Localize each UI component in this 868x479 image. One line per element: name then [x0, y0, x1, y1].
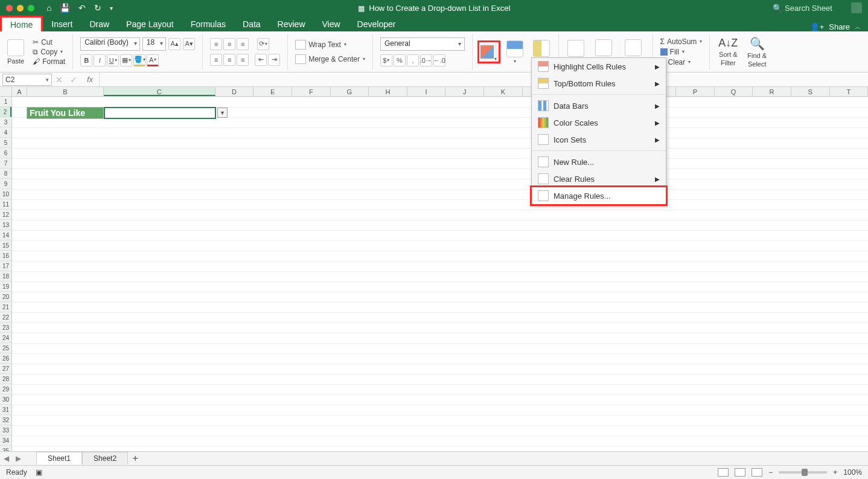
col-header-D[interactable]: D [215, 87, 254, 96]
col-header-C[interactable]: C [104, 87, 215, 96]
col-header-I[interactable]: I [407, 87, 446, 96]
fill-color-button[interactable]: 🪣▾ [133, 54, 145, 66]
search-sheet-input[interactable] [785, 4, 845, 13]
row-header-32[interactable]: 32 [0, 415, 11, 425]
row-header-33[interactable]: 33 [0, 425, 11, 436]
add-sheet-button[interactable]: + [128, 453, 142, 464]
namebox-dropdown-icon[interactable]: ▾ [46, 77, 49, 83]
row-header-34[interactable]: 34 [0, 436, 11, 446]
format-painter-button[interactable]: 🖌Format [33, 57, 65, 66]
row-header-25[interactable]: 25 [0, 343, 11, 353]
undo-icon[interactable]: ↶ [78, 3, 86, 13]
col-header-K[interactable]: K [484, 87, 523, 96]
tab-data[interactable]: Data [234, 17, 269, 31]
page-break-view-icon[interactable] [752, 468, 762, 477]
align-middle-icon[interactable]: ≡ [223, 38, 235, 50]
menu-data-bars[interactable]: Data Bars▶ [532, 97, 666, 114]
row-header-13[interactable]: 13 [0, 220, 11, 230]
align-right-icon[interactable]: ≡ [237, 54, 249, 66]
row-header-31[interactable]: 31 [0, 405, 11, 415]
font-size-select[interactable]: 18 [142, 37, 166, 51]
dropdown-handle-icon[interactable]: ▼ [217, 108, 228, 118]
autosum-button[interactable]: ΣAutoSum▾ [660, 37, 703, 46]
copy-button[interactable]: ⧉Copy▾ [33, 48, 65, 56]
orientation-icon[interactable]: ⟳▾ [257, 38, 269, 50]
maximize-window-icon[interactable] [28, 5, 34, 11]
save-icon[interactable]: 💾 [60, 3, 70, 13]
decrease-decimal-icon[interactable]: ←.0 [433, 54, 445, 66]
zoom-level[interactable]: 100% [843, 468, 862, 477]
row-header-12[interactable]: 12 [0, 210, 11, 220]
row-header-17[interactable]: 17 [0, 261, 11, 271]
home-icon[interactable]: ⌂ [46, 3, 51, 13]
row-header-24[interactable]: 24 [0, 333, 11, 343]
row-header-4[interactable]: 4 [0, 127, 11, 138]
align-top-icon[interactable]: ≡ [210, 38, 222, 50]
tab-home[interactable]: Home [0, 16, 43, 32]
row-header-27[interactable]: 27 [0, 364, 11, 374]
select-all-corner[interactable] [0, 87, 12, 96]
col-header-B[interactable]: B [27, 87, 104, 96]
window-controls[interactable] [0, 5, 34, 11]
col-header-R[interactable]: R [753, 87, 791, 96]
menu-color-scales[interactable]: Color Scales▶ [532, 114, 666, 131]
col-header-E[interactable]: E [254, 87, 292, 96]
sheet-nav-prev-icon[interactable]: ◀ [0, 454, 12, 463]
conditional-formatting-button[interactable]: ▾ [477, 40, 500, 63]
increase-decimal-icon[interactable]: .0→ [420, 54, 432, 66]
menu-clear-rules[interactable]: Clear Rules▶ [532, 170, 666, 187]
row-header-20[interactable]: 20 [0, 292, 11, 302]
italic-button[interactable]: I [94, 54, 106, 66]
search-sheet[interactable]: 🔍 [773, 4, 845, 13]
tab-draw[interactable]: Draw [81, 17, 118, 31]
enter-formula-icon[interactable]: ✓ [66, 75, 81, 85]
zoom-out-icon[interactable]: − [768, 468, 773, 477]
row-header-26[interactable]: 26 [0, 353, 11, 364]
fx-icon[interactable]: fx [81, 75, 99, 84]
menu-top-bottom-rules[interactable]: Top/Bottom Rules▶ [532, 75, 666, 92]
tab-insert[interactable]: Insert [43, 17, 81, 31]
tab-formulas[interactable]: Formulas [182, 17, 234, 31]
col-header-F[interactable]: F [292, 87, 331, 96]
share-button[interactable]: Share [829, 22, 850, 31]
row-header-15[interactable]: 15 [0, 240, 11, 251]
cell-C2-selected[interactable] [104, 107, 216, 119]
row-header-1[interactable]: 1 [0, 97, 11, 107]
increase-font-icon[interactable]: A▴ [168, 38, 180, 50]
row-header-16[interactable]: 16 [0, 251, 11, 261]
sheet-nav-next-icon[interactable]: ▶ [12, 454, 24, 463]
col-header-P[interactable]: P [676, 87, 715, 96]
cut-button[interactable]: ✂Cut [33, 38, 65, 47]
row-header-35[interactable]: 35 [0, 446, 11, 451]
row-header-10[interactable]: 10 [0, 189, 11, 199]
sort-filter-button[interactable]: A↓Z Sort & Filter [715, 36, 741, 68]
menu-highlight-cells-rules[interactable]: Highlight Cells Rules▶ [532, 58, 666, 75]
row-header-28[interactable]: 28 [0, 374, 11, 384]
fill-button[interactable]: Fill▾ [660, 48, 703, 56]
underline-button[interactable]: U▾ [107, 54, 119, 66]
row-header-6[interactable]: 6 [0, 148, 11, 158]
row-header-11[interactable]: 11 [0, 199, 11, 210]
col-header-S[interactable]: S [791, 87, 830, 96]
formula-input[interactable] [99, 72, 868, 86]
row-header-9[interactable]: 9 [0, 179, 11, 189]
row-header-7[interactable]: 7 [0, 158, 11, 169]
menu-manage-rules[interactable]: Manage Rules... [530, 185, 668, 206]
tab-developer[interactable]: Developer [349, 17, 404, 31]
row-header-8[interactable]: 8 [0, 169, 11, 179]
col-header-G[interactable]: G [331, 87, 369, 96]
cells-area[interactable]: Fruit You Like ▼ [12, 97, 868, 451]
format-as-table-button[interactable]: ▾ [503, 38, 527, 65]
currency-icon[interactable]: $▾ [380, 54, 392, 66]
align-left-icon[interactable]: ≡ [210, 54, 222, 66]
col-header-J[interactable]: J [445, 87, 484, 96]
merge-center-button[interactable]: Merge & Center▾ [295, 54, 365, 64]
cell-B2[interactable]: Fruit You Like [27, 107, 104, 119]
comma-icon[interactable]: , [407, 54, 419, 66]
align-center-icon[interactable]: ≡ [223, 54, 235, 66]
row-header-22[interactable]: 22 [0, 312, 11, 323]
col-header-Q[interactable]: Q [715, 87, 753, 96]
name-box[interactable]: C2▾ [2, 74, 52, 86]
percent-icon[interactable]: % [394, 54, 406, 66]
row-header-19[interactable]: 19 [0, 281, 11, 292]
